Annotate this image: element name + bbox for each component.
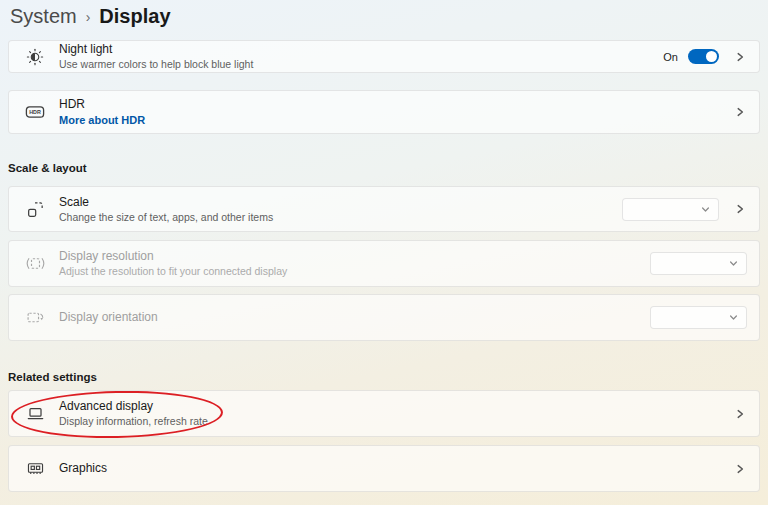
advanced-display-text: Advanced display Display information, re…: [59, 400, 208, 427]
scale-text: Scale Change the size of text, apps, and…: [59, 196, 273, 223]
laptop-display-icon: [25, 404, 45, 424]
graphics-card-icon: [25, 459, 45, 479]
svg-text:HDR: HDR: [29, 109, 41, 115]
graphics-row[interactable]: Graphics: [8, 445, 760, 492]
hdr-title: HDR: [59, 98, 145, 111]
advanced-display-subtitle: Display information, refresh rate: [59, 415, 208, 427]
breadcrumb: System › Display: [10, 2, 171, 30]
breadcrumb-separator-icon: ›: [86, 7, 91, 25]
scale-icon: [25, 199, 45, 219]
night-light-title: Night light: [59, 43, 253, 56]
graphics-title: Graphics: [59, 462, 107, 475]
night-light-toggle[interactable]: [688, 49, 719, 64]
graphics-text: Graphics: [59, 462, 107, 475]
display-orientation-title: Display orientation: [59, 311, 158, 324]
chevron-right-icon[interactable]: [733, 50, 747, 64]
chevron-down-icon: [700, 204, 711, 215]
section-header-related-settings: Related settings: [8, 371, 97, 383]
hdr-row[interactable]: HDR HDR More about HDR: [8, 90, 760, 134]
toggle-knob: [706, 51, 717, 62]
display-resolution-title: Display resolution: [59, 250, 287, 263]
display-resolution-dropdown: [650, 252, 747, 275]
chevron-down-icon: [728, 258, 739, 269]
display-resolution-row: Display resolution Adjust the resolution…: [8, 240, 760, 287]
advanced-display-row[interactable]: Advanced display Display information, re…: [8, 390, 760, 437]
chevron-right-icon[interactable]: [733, 407, 747, 421]
section-header-scale-layout: Scale & layout: [8, 162, 87, 174]
hdr-text: HDR More about HDR: [59, 98, 145, 127]
chevron-down-icon: [728, 312, 739, 323]
scale-title: Scale: [59, 196, 273, 209]
more-about-hdr-link[interactable]: More about HDR: [59, 114, 145, 127]
display-resolution-text: Display resolution Adjust the resolution…: [59, 250, 287, 277]
night-light-text: Night light Use warmer colors to help bl…: [59, 43, 253, 70]
display-orientation-icon: [25, 308, 45, 328]
scale-row[interactable]: Scale Change the size of text, apps, and…: [8, 186, 760, 232]
display-resolution-subtitle: Adjust the resolution to fit your connec…: [59, 265, 287, 277]
night-light-toggle-state-label: On: [663, 51, 678, 63]
scale-subtitle: Change the size of text, apps, and other…: [59, 211, 273, 223]
display-orientation-dropdown: [650, 306, 747, 329]
night-light-subtitle: Use warmer colors to help block blue lig…: [59, 58, 253, 70]
scale-dropdown[interactable]: [622, 198, 719, 221]
display-orientation-text: Display orientation: [59, 311, 158, 324]
hdr-badge-icon: HDR: [25, 102, 45, 122]
page-title: Display: [99, 5, 170, 28]
advanced-display-title: Advanced display: [59, 400, 208, 413]
breadcrumb-parent[interactable]: System: [10, 5, 77, 28]
chevron-right-icon[interactable]: [733, 202, 747, 216]
night-light-icon: [25, 47, 45, 67]
chevron-right-icon[interactable]: [733, 105, 747, 119]
night-light-row[interactable]: Night light Use warmer colors to help bl…: [8, 40, 760, 73]
display-resolution-icon: [25, 254, 45, 274]
chevron-right-icon[interactable]: [733, 462, 747, 476]
display-orientation-row: Display orientation: [8, 294, 760, 341]
